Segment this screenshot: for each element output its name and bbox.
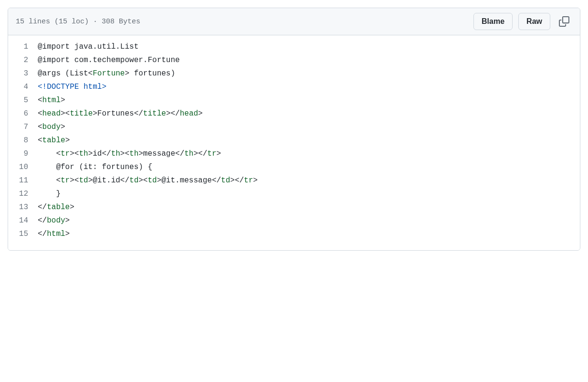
code-area: 123456789101112131415 @import java.util.… [8,35,580,250]
line-number[interactable]: 6 [8,107,28,120]
code-token: body [42,123,61,131]
code-token: } [56,190,61,198]
code-token: > [65,230,70,238]
code-token: >@it.id</ [88,176,129,185]
code-line: <body> [38,120,580,134]
code-token: @import java.util.List [38,42,138,51]
line-number[interactable]: 10 [8,160,28,174]
code-token: td [129,176,138,185]
code-line: <head><title>Fortunes</title></head> [38,107,580,120]
file-info-text: 15 lines (15 loc) · 308 Bytes [16,18,140,26]
code-token: th [111,149,120,158]
code-line: <table> [38,134,580,147]
code-token: </ [38,203,47,212]
code-token: <!DOCTYPE html> [38,83,106,91]
code-token: < [56,176,61,185]
code-token: th [129,149,138,158]
code-token: Fortune [93,69,125,78]
line-number[interactable]: 5 [8,94,28,107]
line-number[interactable]: 15 [8,227,28,241]
code-token: >Fortunes</ [93,109,143,118]
line-number[interactable]: 3 [8,67,28,80]
code-token: tr [61,176,70,185]
code-token: tr [61,149,70,158]
code-token: ></ [166,109,180,118]
code-token: @import com.techempower.Fortune [38,56,180,64]
code-line: <html> [38,94,580,107]
code-token: </ [38,230,47,238]
code-line: </table> [38,201,580,214]
code-token: html [42,96,61,105]
code-token: >< [70,176,79,185]
code-token: title [143,109,166,118]
code-token: > [198,109,203,118]
code-token: td [221,176,230,185]
code-token: >@it.message</ [157,176,221,185]
code-token: table [42,136,65,145]
code-line: @import java.util.List [38,40,580,53]
code-line: </body> [38,214,580,227]
code-token: >id</ [88,149,111,158]
code-token: > [70,203,74,212]
line-number[interactable]: 13 [8,201,28,214]
code-line: } [38,187,580,201]
code-content[interactable]: @import java.util.List@import com.techem… [38,40,580,241]
code-token: > [61,123,65,131]
code-token: table [47,203,70,212]
code-token: > fortunes) [125,69,175,78]
code-token: @args (List< [38,69,93,78]
code-token: tr [244,176,253,185]
line-number[interactable]: 2 [8,53,28,67]
code-token: ></ [230,176,244,185]
line-number[interactable]: 11 [8,174,28,187]
code-token: < [38,109,42,118]
line-number[interactable]: 1 [8,40,28,53]
code-token: < [56,149,61,158]
code-token: > [65,136,70,145]
code-line: @for (it: fortunes) { [38,160,580,174]
line-number[interactable]: 9 [8,147,28,160]
line-number-gutter: 123456789101112131415 [8,40,38,241]
code-token: html [47,230,65,238]
code-line: <tr><th>id</th><th>message</th></tr> [38,147,580,160]
code-token: title [70,109,93,118]
code-token: < [38,96,42,105]
line-number[interactable]: 12 [8,187,28,201]
code-token: th [79,149,88,158]
code-token: td [79,176,88,185]
code-token: </ [38,216,47,225]
code-token: >message</ [138,149,184,158]
code-token: >< [70,149,79,158]
code-token: tr [207,149,216,158]
line-number[interactable]: 14 [8,214,28,227]
line-number[interactable]: 7 [8,120,28,134]
code-token: >< [120,149,129,158]
code-token: td [147,176,157,185]
code-line: @import com.techempower.Fortune [38,53,580,67]
blame-button[interactable]: Blame [473,13,513,30]
code-token: < [38,136,42,145]
code-token: >< [61,109,70,118]
code-token: > [65,216,70,225]
code-token: head [180,109,198,118]
code-line: </html> [38,227,580,241]
code-token: head [42,109,61,118]
code-token: body [47,216,65,225]
code-token: < [38,123,42,131]
file-header: 15 lines (15 loc) · 308 Bytes Blame Raw [8,8,580,35]
copy-button[interactable] [556,13,572,30]
file-viewer: 15 lines (15 loc) · 308 Bytes Blame Raw … [8,8,580,251]
code-token: > [253,176,258,185]
raw-button[interactable]: Raw [518,13,550,30]
code-line: <!DOCTYPE html> [38,80,580,94]
code-token: > [216,149,221,158]
code-token: @for (it: fortunes) { [56,163,152,171]
code-token: th [184,149,193,158]
code-line: <tr><td>@it.id</td><td>@it.message</td><… [38,174,580,187]
line-number[interactable]: 8 [8,134,28,147]
code-token: ></ [193,149,207,158]
copy-icon [559,16,569,27]
code-token: >< [138,176,147,185]
code-token: > [61,96,65,105]
line-number[interactable]: 4 [8,80,28,94]
